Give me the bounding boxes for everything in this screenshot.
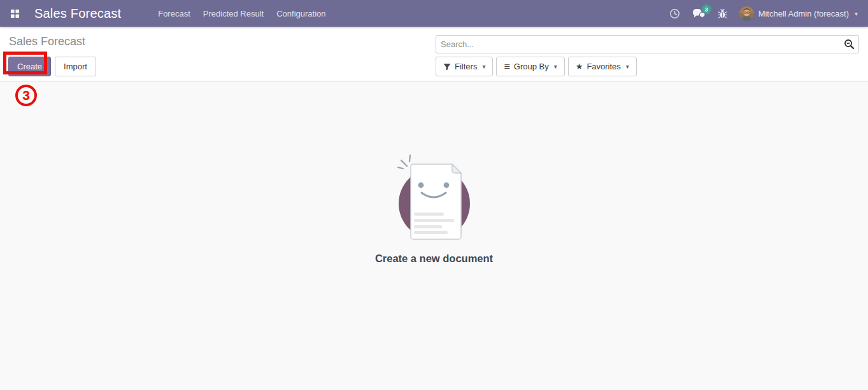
systray: 3 <box>669 6 862 21</box>
main-content: Create a new document <box>0 82 868 390</box>
filters-button[interactable]: Filters ▾ <box>436 57 493 76</box>
group-by-button-label: Group By <box>514 62 549 71</box>
user-menu[interactable]: Mitchell Admin (forecast) ▾ <box>739 6 858 21</box>
search-icon <box>844 39 855 50</box>
bug-icon <box>718 8 727 19</box>
caret-down-icon: ▾ <box>855 10 858 17</box>
nav-item-predicted-result[interactable]: Predicted Result <box>197 0 270 27</box>
search-magnifier-button[interactable] <box>844 39 855 50</box>
create-button[interactable]: Create <box>8 57 51 76</box>
avatar <box>739 6 754 21</box>
caret-down-icon: ▾ <box>554 63 557 70</box>
empty-state: Create a new document <box>375 153 493 265</box>
clock-icon <box>669 8 680 19</box>
search-bar <box>436 35 859 53</box>
topbar-nav: Forecast Predicted Result Configuration <box>152 0 332 27</box>
apps-grid-icon <box>10 9 20 18</box>
nav-item-forecast[interactable]: Forecast <box>152 0 197 27</box>
topbar: Sales Forecast Forecast Predicted Result… <box>0 0 868 27</box>
message-count-badge: 3 <box>702 4 711 14</box>
favorites-button[interactable]: ★ Favorites ▾ <box>568 57 637 76</box>
import-button[interactable]: Import <box>55 57 96 76</box>
search-panel: Filters ▾ ≡ Group By ▾ ★ Favorites ▾ <box>436 35 859 76</box>
activities-clock-button[interactable] <box>669 8 680 19</box>
control-panel: Sales Forecast Create Import Filters ▾ <box>0 27 868 81</box>
search-input[interactable] <box>436 35 859 53</box>
empty-document-illustration <box>390 153 479 248</box>
favorites-button-label: Favorites <box>587 62 620 71</box>
apps-menu-button[interactable] <box>5 0 24 27</box>
caret-down-icon: ▾ <box>482 63 485 70</box>
filters-button-label: Filters <box>455 62 477 71</box>
filter-buttons: Filters ▾ ≡ Group By ▾ ★ Favorites ▾ <box>436 57 859 76</box>
debug-button[interactable] <box>718 8 727 19</box>
messages-button[interactable]: 3 <box>692 8 706 19</box>
funnel-icon <box>443 63 451 71</box>
star-icon: ★ <box>576 62 583 71</box>
group-by-button[interactable]: ≡ Group By ▾ <box>496 57 564 76</box>
app-title[interactable]: Sales Forecast <box>34 6 121 21</box>
caret-down-icon: ▾ <box>626 63 629 70</box>
group-by-icon: ≡ <box>504 62 509 72</box>
empty-state-title: Create a new document <box>375 253 493 265</box>
nav-item-configuration[interactable]: Configuration <box>270 0 332 27</box>
user-name: Mitchell Admin (forecast) <box>758 9 849 18</box>
action-buttons: Create Import <box>8 57 96 76</box>
breadcrumb: Sales Forecast <box>9 35 85 48</box>
